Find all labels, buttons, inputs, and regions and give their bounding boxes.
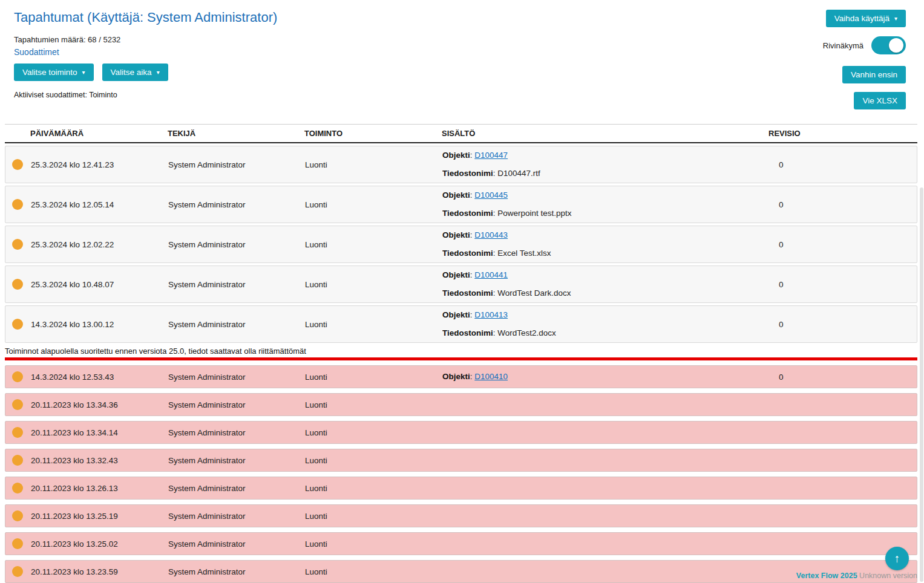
event-revision: 0 [763,373,917,382]
table-row[interactable]: 25.3.2024 klo 12.02.22 System Administra… [5,226,917,263]
select-time-button[interactable]: Valitse aika ▾ [102,64,168,81]
column-header-action: TOIMINTO [304,129,442,138]
event-author: System Administrator [168,240,305,249]
event-action: Luonti [305,373,442,382]
event-content: Objekti: D100410 [442,368,763,386]
event-date: 25.3.2024 klo 10.48.07 [31,280,168,289]
table-row[interactable]: 20.11.2023 klo 13.34.36 System Administr… [5,393,917,416]
event-status-icon [12,483,23,493]
event-author: System Administrator [168,200,305,209]
row-icon-cell [5,319,31,330]
active-filters-label: Aktiiviset suodattimet: Toiminto [14,91,277,99]
file-label: Tiedostonimi [442,328,493,337]
event-status-icon [12,427,23,438]
event-file-line: Tiedostonimi: WordTest Dark.docx [442,284,763,302]
table-row[interactable]: 20.11.2023 klo 13.32.43 System Administr… [5,449,917,472]
scrollbar-thumb[interactable] [920,187,923,582]
chevron-down-icon: ▾ [82,70,85,76]
event-date: 20.11.2023 klo 13.25.02 [31,539,168,549]
event-author: System Administrator [168,400,305,409]
object-label: Objekti [442,191,470,200]
table-row[interactable]: 20.11.2023 klo 13.23.59 System Administr… [5,560,917,583]
object-link[interactable]: D100443 [474,230,508,239]
row-icon-cell [5,455,31,466]
header-left: Tapahtumat (Käyttäjä: System Administrat… [14,10,277,99]
row-icon-cell [5,399,31,410]
object-link[interactable]: D100447 [474,151,508,160]
event-author: System Administrator [168,567,305,576]
event-date: 14.3.2024 klo 12.53.43 [31,373,168,382]
event-date: 20.11.2023 klo 13.34.14 [31,428,168,437]
app-version: Vertex Flow 2025 Unknown version [796,572,917,580]
event-status-icon [12,455,23,466]
legacy-warning-text: Toiminnot alapuolella suoritettu ennen v… [5,347,917,356]
file-name: D100447.rtf [497,169,540,178]
event-author: System Administrator [168,160,305,169]
event-date: 20.11.2023 klo 13.32.43 [31,456,168,465]
event-object-line: Objekti: D100410 [442,368,763,386]
arrow-up-icon: ↑ [894,552,900,565]
header-right: Vaihda käyttäjä ▾ Rivinäkymä Vanhin ensi… [823,10,906,109]
scrollbar[interactable] [920,187,923,582]
event-status-icon [12,399,23,410]
object-link[interactable]: D100445 [474,191,508,200]
event-content: Objekti: D100443 Tiedostonimi: Excel Tes… [442,226,763,262]
row-icon-cell [5,538,31,549]
event-status-icon [12,199,23,210]
event-revision: 0 [763,320,917,329]
object-link[interactable]: D100410 [474,372,508,381]
event-object-line: Objekti: D100445 [442,186,763,204]
table-row[interactable]: 14.3.2024 klo 13.00.12 System Administra… [5,305,917,343]
file-name: WordTest Dark.docx [497,288,571,298]
column-header-revision: REVISIO [764,129,917,138]
event-revision: 0 [763,240,917,249]
event-content: Objekti: D100447 Tiedostonimi: D100447.r… [442,146,763,183]
table-row[interactable]: 25.3.2024 klo 12.05.14 System Administra… [5,186,917,223]
filters-link[interactable]: Suodattimet [14,47,59,57]
chevron-down-icon: ▾ [894,16,897,22]
select-action-button[interactable]: Valitse toiminto ▾ [14,64,94,81]
event-file-line: Tiedostonimi: D100447.rtf [442,164,763,183]
filter-buttons: Valitse toiminto ▾ Valitse aika ▾ [14,64,277,81]
row-view-control: Rivinäkymä [823,36,906,54]
object-link[interactable]: D100413 [474,310,508,319]
export-xlsx-button[interactable]: Vie XLSX [854,92,906,109]
row-view-toggle[interactable] [871,36,906,54]
row-icon-cell [5,510,31,521]
table-row[interactable]: 20.11.2023 klo 13.25.02 System Administr… [5,532,917,555]
file-label: Tiedostonimi [442,169,493,178]
table-row[interactable]: 25.3.2024 klo 10.48.07 System Administra… [5,265,917,303]
column-header-content: SISÄLTÖ [442,129,764,138]
event-count-label: Tapahtumien määrä: 68 / 5232 [14,35,277,44]
change-user-label: Vaihda käyttäjä [834,14,890,23]
object-link[interactable]: D100441 [474,270,508,279]
select-time-label: Valitse aika [111,68,152,77]
event-status-icon [12,566,23,577]
table-row[interactable]: 20.11.2023 klo 13.26.13 System Administr… [5,477,917,500]
event-object-line: Objekti: D100441 [442,266,763,284]
event-author: System Administrator [168,280,305,289]
event-author: System Administrator [168,512,305,521]
event-action: Luonti [305,456,442,465]
table-row[interactable]: 20.11.2023 klo 13.25.19 System Administr… [5,504,917,527]
table-row[interactable]: 20.11.2023 klo 13.34.14 System Administr… [5,421,917,444]
change-user-button[interactable]: Vaihda käyttäjä ▾ [826,10,906,27]
select-action-label: Valitse toiminto [22,68,77,77]
row-icon-cell [5,427,31,438]
event-date: 20.11.2023 klo 13.25.19 [31,512,168,521]
event-file-line: Tiedostonimi: Powerpoint test.pptx [442,204,763,223]
oldest-first-button[interactable]: Vanhin ensin [842,66,906,83]
event-status-icon [12,510,23,521]
event-author: System Administrator [168,428,305,437]
event-status-icon [12,538,23,549]
table-row[interactable]: 14.3.2024 klo 12.53.43 System Administra… [5,365,917,388]
app-version-text: Unknown version [859,572,917,580]
event-action: Luonti [305,428,442,437]
app-brand: Vertex Flow 2025 [796,572,857,580]
legacy-rows-group: 14.3.2024 klo 12.53.43 System Administra… [5,365,917,583]
scroll-to-top-button[interactable]: ↑ [885,547,909,570]
event-date: 14.3.2024 klo 13.00.12 [31,320,168,329]
row-view-label: Rivinäkymä [823,41,863,50]
table-row[interactable]: 25.3.2024 klo 12.41.23 System Administra… [5,146,917,183]
object-label: Objekti [442,230,470,239]
